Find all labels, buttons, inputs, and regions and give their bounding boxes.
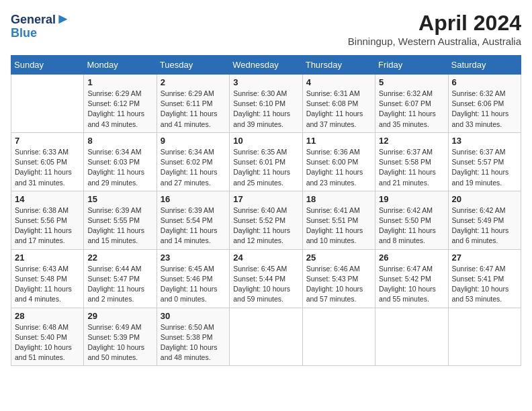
calendar-cell [302, 308, 375, 366]
day-detail: Sunrise: 6:37 AM Sunset: 5:58 PM Dayligh… [379, 147, 444, 188]
calendar-week-row: 14Sunrise: 6:38 AM Sunset: 5:56 PM Dayli… [11, 191, 521, 249]
calendar-cell: 8Sunrise: 6:34 AM Sunset: 6:03 PM Daylig… [84, 132, 157, 191]
day-number: 26 [379, 253, 444, 263]
calendar-cell: 5Sunrise: 6:32 AM Sunset: 6:07 PM Daylig… [375, 75, 448, 133]
calendar-header-monday: Monday [84, 56, 157, 75]
day-number: 12 [379, 136, 444, 146]
day-detail: Sunrise: 6:33 AM Sunset: 6:05 PM Dayligh… [15, 147, 80, 188]
calendar-cell: 24Sunrise: 6:45 AM Sunset: 5:44 PM Dayli… [230, 249, 302, 308]
calendar-cell: 22Sunrise: 6:44 AM Sunset: 5:47 PM Dayli… [84, 249, 157, 308]
day-number: 28 [15, 311, 80, 321]
day-detail: Sunrise: 6:43 AM Sunset: 5:48 PM Dayligh… [15, 264, 80, 305]
day-detail: Sunrise: 6:38 AM Sunset: 5:56 PM Dayligh… [15, 205, 80, 246]
day-number: 8 [87, 136, 152, 146]
day-number: 18 [306, 194, 371, 204]
day-number: 30 [161, 311, 226, 321]
day-number: 14 [15, 194, 80, 204]
calendar-cell: 19Sunrise: 6:42 AM Sunset: 5:50 PM Dayli… [375, 191, 448, 249]
calendar-week-row: 21Sunrise: 6:43 AM Sunset: 5:48 PM Dayli… [11, 249, 521, 308]
day-number: 23 [161, 253, 226, 263]
day-detail: Sunrise: 6:48 AM Sunset: 5:40 PM Dayligh… [15, 322, 80, 363]
calendar-cell [11, 75, 84, 133]
day-detail: Sunrise: 6:39 AM Sunset: 5:54 PM Dayligh… [161, 205, 226, 246]
calendar-table: SundayMondayTuesdayWednesdayThursdayFrid… [11, 55, 521, 366]
day-number: 27 [452, 253, 517, 263]
day-number: 13 [452, 136, 517, 146]
day-number: 11 [306, 136, 371, 146]
day-number: 16 [161, 194, 226, 204]
calendar-cell: 12Sunrise: 6:37 AM Sunset: 5:58 PM Dayli… [375, 132, 448, 191]
calendar-header-friday: Friday [375, 56, 448, 75]
calendar-cell: 30Sunrise: 6:50 AM Sunset: 5:38 PM Dayli… [157, 308, 229, 366]
calendar-cell [375, 308, 448, 366]
day-number: 2 [161, 77, 226, 87]
day-number: 3 [233, 77, 298, 87]
day-detail: Sunrise: 6:40 AM Sunset: 5:52 PM Dayligh… [233, 205, 298, 246]
day-detail: Sunrise: 6:31 AM Sunset: 6:08 PM Dayligh… [306, 89, 371, 130]
calendar-cell: 23Sunrise: 6:45 AM Sunset: 5:46 PM Dayli… [157, 249, 229, 308]
calendar-cell: 2Sunrise: 6:29 AM Sunset: 6:11 PM Daylig… [157, 75, 229, 133]
day-detail: Sunrise: 6:49 AM Sunset: 5:39 PM Dayligh… [87, 322, 152, 363]
day-number: 5 [379, 77, 444, 87]
day-number: 9 [161, 136, 226, 146]
day-number: 24 [233, 253, 298, 263]
day-detail: Sunrise: 6:45 AM Sunset: 5:44 PM Dayligh… [233, 264, 298, 305]
calendar-cell: 16Sunrise: 6:39 AM Sunset: 5:54 PM Dayli… [157, 191, 229, 249]
calendar-cell: 13Sunrise: 6:37 AM Sunset: 5:57 PM Dayli… [448, 132, 521, 191]
logo-general: General [11, 13, 56, 26]
day-detail: Sunrise: 6:50 AM Sunset: 5:38 PM Dayligh… [161, 322, 226, 363]
day-detail: Sunrise: 6:42 AM Sunset: 5:50 PM Dayligh… [379, 205, 444, 246]
calendar-week-row: 7Sunrise: 6:33 AM Sunset: 6:05 PM Daylig… [11, 132, 521, 191]
calendar-cell: 20Sunrise: 6:42 AM Sunset: 5:49 PM Dayli… [448, 191, 521, 249]
calendar-cell: 9Sunrise: 6:34 AM Sunset: 6:02 PM Daylig… [157, 132, 229, 191]
day-number: 29 [87, 311, 152, 321]
day-number: 25 [306, 253, 371, 263]
calendar-cell: 11Sunrise: 6:36 AM Sunset: 6:00 PM Dayli… [302, 132, 375, 191]
calendar-cell: 3Sunrise: 6:30 AM Sunset: 6:10 PM Daylig… [230, 75, 302, 133]
day-number: 6 [452, 77, 517, 87]
logo: General► Blue [11, 11, 71, 40]
day-detail: Sunrise: 6:30 AM Sunset: 6:10 PM Dayligh… [233, 89, 298, 130]
day-detail: Sunrise: 6:41 AM Sunset: 5:51 PM Dayligh… [306, 205, 371, 246]
calendar-cell: 29Sunrise: 6:49 AM Sunset: 5:39 PM Dayli… [84, 308, 157, 366]
day-detail: Sunrise: 6:29 AM Sunset: 6:11 PM Dayligh… [161, 89, 226, 130]
calendar-cell: 14Sunrise: 6:38 AM Sunset: 5:56 PM Dayli… [11, 191, 84, 249]
calendar-cell: 17Sunrise: 6:40 AM Sunset: 5:52 PM Dayli… [230, 191, 302, 249]
calendar-header-tuesday: Tuesday [157, 56, 229, 75]
day-detail: Sunrise: 6:35 AM Sunset: 6:01 PM Dayligh… [233, 147, 298, 188]
day-detail: Sunrise: 6:47 AM Sunset: 5:41 PM Dayligh… [452, 264, 517, 305]
calendar-cell: 7Sunrise: 6:33 AM Sunset: 6:05 PM Daylig… [11, 132, 84, 191]
day-number: 4 [306, 77, 371, 87]
calendar-cell: 27Sunrise: 6:47 AM Sunset: 5:41 PM Dayli… [448, 249, 521, 308]
calendar-cell [230, 308, 302, 366]
day-detail: Sunrise: 6:37 AM Sunset: 5:57 PM Dayligh… [452, 147, 517, 188]
calendar-cell: 18Sunrise: 6:41 AM Sunset: 5:51 PM Dayli… [302, 191, 375, 249]
calendar-header-sunday: Sunday [11, 56, 84, 75]
day-number: 20 [452, 194, 517, 204]
title-area: April 2024 Binningup, Western Australia,… [348, 11, 521, 47]
calendar-cell: 4Sunrise: 6:31 AM Sunset: 6:08 PM Daylig… [302, 75, 375, 133]
day-detail: Sunrise: 6:47 AM Sunset: 5:42 PM Dayligh… [379, 264, 444, 305]
day-detail: Sunrise: 6:44 AM Sunset: 5:47 PM Dayligh… [87, 264, 152, 305]
day-detail: Sunrise: 6:45 AM Sunset: 5:46 PM Dayligh… [161, 264, 226, 305]
day-detail: Sunrise: 6:46 AM Sunset: 5:43 PM Dayligh… [306, 264, 371, 305]
day-number: 19 [379, 194, 444, 204]
calendar-cell: 15Sunrise: 6:39 AM Sunset: 5:55 PM Dayli… [84, 191, 157, 249]
day-number: 17 [233, 194, 298, 204]
calendar-cell: 26Sunrise: 6:47 AM Sunset: 5:42 PM Dayli… [375, 249, 448, 308]
calendar-cell: 1Sunrise: 6:29 AM Sunset: 6:12 PM Daylig… [84, 75, 157, 133]
page-subtitle: Binningup, Western Australia, Australia [348, 36, 521, 47]
day-detail: Sunrise: 6:32 AM Sunset: 6:06 PM Dayligh… [452, 89, 517, 130]
day-detail: Sunrise: 6:39 AM Sunset: 5:55 PM Dayligh… [87, 205, 152, 246]
day-detail: Sunrise: 6:32 AM Sunset: 6:07 PM Dayligh… [379, 89, 444, 130]
calendar-cell: 25Sunrise: 6:46 AM Sunset: 5:43 PM Dayli… [302, 249, 375, 308]
calendar-cell: 10Sunrise: 6:35 AM Sunset: 6:01 PM Dayli… [230, 132, 302, 191]
calendar-week-row: 28Sunrise: 6:48 AM Sunset: 5:40 PM Dayli… [11, 308, 521, 366]
calendar-header-thursday: Thursday [302, 56, 375, 75]
calendar-cell: 28Sunrise: 6:48 AM Sunset: 5:40 PM Dayli… [11, 308, 84, 366]
day-number: 1 [87, 77, 152, 87]
day-number: 7 [15, 136, 80, 146]
logo-blue: Blue [11, 26, 37, 40]
day-detail: Sunrise: 6:42 AM Sunset: 5:49 PM Dayligh… [452, 205, 517, 246]
page-title: April 2024 [348, 11, 521, 36]
